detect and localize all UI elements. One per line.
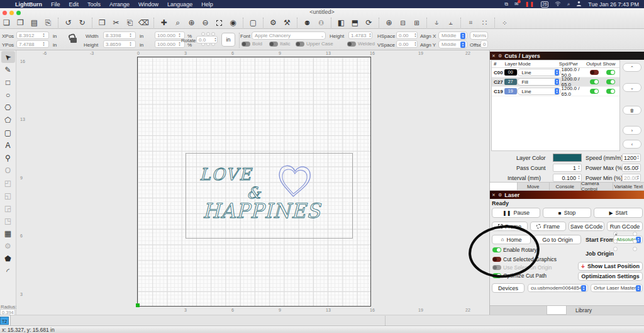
port-select[interactable]: cu.usbmodem00648547▲▼ bbox=[528, 284, 588, 292]
menu-window[interactable]: Window bbox=[138, 1, 158, 8]
zoom-reset-icon[interactable]: ⌕ bbox=[172, 18, 183, 28]
active-bottom-tab[interactable] bbox=[547, 306, 567, 315]
layer-left-button[interactable]: ‹ bbox=[623, 140, 641, 149]
mail-icon[interactable]: ✉ bbox=[514, 1, 519, 7]
active-panel-tab[interactable] bbox=[490, 183, 518, 190]
distribute-vertical-icon[interactable]: ⫠ bbox=[445, 18, 456, 28]
frame-selection-icon[interactable] bbox=[214, 18, 225, 28]
settings-gear-icon[interactable]: ⚙ bbox=[268, 18, 279, 28]
menu-edit[interactable]: Edit bbox=[69, 1, 79, 8]
optimize-cut-path-toggle[interactable]: Optimize Cut Path bbox=[492, 273, 547, 279]
close-panel-icon[interactable]: ✕ bbox=[492, 54, 496, 59]
layer-mode-select[interactable]: Line▲▼ bbox=[517, 87, 561, 95]
units-button[interactable]: in bbox=[221, 33, 235, 47]
tab-variable-text[interactable]: Variable Text bbox=[613, 183, 644, 190]
layer-color-badge[interactable]: 00 bbox=[504, 69, 517, 76]
output-toggle[interactable] bbox=[590, 89, 599, 94]
tool-button[interactable]: A bbox=[1, 139, 15, 151]
tool-button[interactable]: ◜ bbox=[1, 265, 15, 277]
close-panel-icon[interactable]: ✕ bbox=[492, 193, 496, 198]
workspace-canvas[interactable]: -6-3036913161922 1613963 36913161922 LOV… bbox=[16, 50, 489, 315]
align-center-icon[interactable]: ⊕ bbox=[384, 18, 394, 28]
pan-tool-icon[interactable]: ✚ bbox=[158, 18, 169, 28]
snap-objects-icon[interactable]: ⸬ bbox=[479, 18, 490, 28]
delete-icon[interactable]: ⌫ bbox=[138, 18, 149, 28]
pause-button[interactable]: ❚❚Pause bbox=[492, 208, 540, 218]
frame-circle-button[interactable]: Frame bbox=[530, 222, 566, 231]
layer-color-badge[interactable]: 19 bbox=[504, 88, 517, 94]
tool-button[interactable]: ◲ bbox=[1, 202, 15, 214]
open-file-icon[interactable]: ❐ bbox=[15, 18, 26, 28]
tool-button[interactable]: O bbox=[1, 164, 15, 176]
offset-input[interactable]: 0 bbox=[480, 40, 488, 48]
tab-move[interactable]: Move bbox=[518, 183, 550, 190]
tool-button[interactable]: ⎔ bbox=[1, 101, 15, 113]
layer-delete-button[interactable]: 🗑 bbox=[623, 106, 641, 115]
aspect-lock-icon[interactable] bbox=[70, 38, 77, 43]
align-right-icon[interactable]: ⊞ bbox=[411, 18, 422, 28]
show-last-position-button[interactable]: +Show Last Position bbox=[578, 262, 643, 271]
layer-row[interactable]: C27 27 Fill▲▼ 1200.0 / 65.0 bbox=[492, 77, 619, 87]
align-x-select[interactable]: Middle▲▼ bbox=[438, 31, 467, 40]
stop-button[interactable]: ■Stop bbox=[543, 208, 591, 218]
text-style-select[interactable]: Normal bbox=[470, 31, 488, 40]
menu-app-name[interactable]: LightBurn bbox=[15, 1, 42, 8]
device-select[interactable]: Ortur Laser Master 2▲▼ bbox=[591, 284, 643, 292]
heart-shape[interactable] bbox=[274, 161, 314, 201]
move-to-position-icon[interactable]: ⁘ bbox=[499, 18, 510, 28]
user-origin-icon[interactable]: ⚉ bbox=[302, 18, 313, 28]
device-settings-icon[interactable]: ⚒ bbox=[282, 18, 292, 28]
zoom-in-icon[interactable]: ⊕ bbox=[186, 18, 197, 28]
output-toggle[interactable] bbox=[590, 70, 599, 75]
show-toggle[interactable] bbox=[606, 89, 615, 94]
flip-horizontal-icon[interactable]: ◧ bbox=[336, 18, 347, 28]
tool-button[interactable]: ○ bbox=[1, 89, 15, 101]
spotlight-search-icon[interactable]: ⌕ bbox=[567, 1, 570, 8]
optimization-settings-button[interactable]: Optimization Settings bbox=[578, 272, 643, 281]
show-toggle[interactable] bbox=[606, 79, 615, 84]
canvas-text-love[interactable]: LOVE bbox=[199, 165, 252, 184]
menu-clock[interactable]: Tue Jan 26 7:43 PM bbox=[588, 1, 639, 8]
cut-icon[interactable]: ✂ bbox=[111, 18, 121, 28]
tool-button[interactable]: ▦ bbox=[1, 227, 15, 239]
wifi-icon[interactable] bbox=[555, 1, 561, 8]
layer-row[interactable]: C00 00 Line▲▼ 1800.0 / 50.0 bbox=[492, 68, 619, 77]
windows-stack-icon[interactable]: ⧉ bbox=[504, 1, 508, 8]
layer-right-button[interactable]: › bbox=[623, 126, 641, 135]
layer-up-button[interactable]: ⌃ bbox=[623, 63, 641, 72]
undo-icon[interactable]: ↺ bbox=[63, 18, 74, 28]
tool-button[interactable]: ◰ bbox=[1, 177, 15, 189]
preview-icon[interactable]: ▢ bbox=[248, 18, 258, 28]
start-button[interactable]: ▶Start bbox=[594, 208, 643, 218]
tool-button[interactable]: ✎ bbox=[1, 64, 15, 76]
zoom-out-icon[interactable]: ⊖ bbox=[200, 18, 211, 28]
tool-button[interactable]: □ bbox=[1, 76, 15, 88]
canvas-text-happines[interactable]: HAPPINES bbox=[203, 199, 321, 223]
job-origin-grid[interactable] bbox=[613, 232, 644, 251]
layer-down-button[interactable]: ⌄ bbox=[623, 83, 641, 92]
upper-case-toggle[interactable]: Upper Case bbox=[296, 41, 333, 47]
flip-vertical-icon[interactable]: ⬒ bbox=[350, 18, 360, 28]
user-icon[interactable]: ⚇ bbox=[316, 18, 326, 28]
devices-button[interactable]: Devices bbox=[492, 283, 525, 293]
italic-toggle[interactable]: Italic bbox=[269, 41, 290, 47]
align-left-icon[interactable]: ⊟ bbox=[397, 18, 408, 28]
output-toggle[interactable] bbox=[590, 79, 599, 84]
copy-icon[interactable]: ❒ bbox=[97, 18, 108, 28]
tool-button[interactable]: ◳ bbox=[1, 215, 15, 227]
enable-rotary-toggle[interactable]: Enable Rotary bbox=[492, 247, 537, 253]
run-gcode-button[interactable]: Run GCode bbox=[607, 222, 643, 231]
layer-color-badge[interactable]: 27 bbox=[504, 79, 517, 85]
show-toggle[interactable] bbox=[606, 70, 615, 75]
tab-camera-control[interactable]: Camera Control bbox=[581, 183, 613, 190]
paste-icon[interactable]: ⎗ bbox=[125, 18, 135, 28]
menu-language[interactable]: Language bbox=[167, 1, 192, 8]
use-selection-origin-toggle[interactable]: Use Selection Origin bbox=[492, 264, 552, 271]
tab-library[interactable]: Library bbox=[567, 306, 601, 315]
cut-selected-toggle[interactable]: Cut Selected Graphics bbox=[492, 256, 557, 262]
tool-button[interactable]: ⚲ bbox=[1, 152, 15, 164]
tool-button[interactable]: ⬟ bbox=[1, 252, 15, 264]
calendar-icon[interactable]: 26 bbox=[541, 1, 548, 8]
save-gcode-button[interactable]: Save GCode bbox=[569, 222, 604, 231]
import-icon[interactable]: ⎘ bbox=[43, 18, 53, 28]
